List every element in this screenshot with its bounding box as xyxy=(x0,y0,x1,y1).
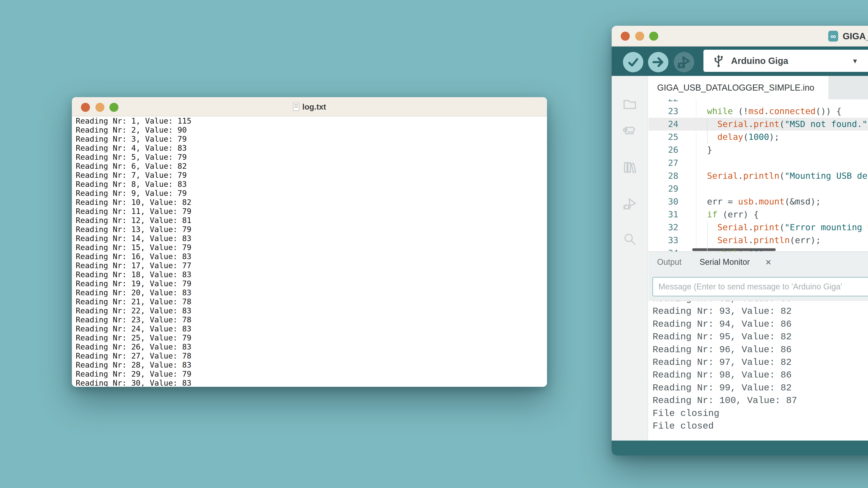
indent-guide xyxy=(707,234,708,247)
log-line: Reading Nr: 26, Value: 83 xyxy=(76,342,547,351)
log-window: log.txt Reading Nr: 1, Value: 115Reading… xyxy=(72,97,547,387)
log-line: Reading Nr: 28, Value: 83 xyxy=(76,360,547,369)
serial-line: File closing xyxy=(653,407,719,420)
log-line: Reading Nr: 21, Value: 78 xyxy=(76,297,547,306)
debug-button[interactable] xyxy=(674,52,694,72)
sketchbook-folder-icon[interactable] xyxy=(622,97,637,112)
indent-guide xyxy=(707,118,708,131)
code-line: 29 xyxy=(649,182,868,195)
serial-line: Reading Nr: 94, Value: 86 xyxy=(653,318,792,330)
serial-line: Reading Nr: 99, Value: 82 xyxy=(653,382,792,394)
code-line: 34 while (1); xyxy=(649,247,868,252)
search-icon[interactable] xyxy=(622,232,637,247)
code-text: Serial.print("Error mounting USB device … xyxy=(696,221,868,234)
minimize-button[interactable] xyxy=(635,32,644,41)
log-line: Reading Nr: 20, Value: 83 xyxy=(76,288,547,297)
log-line: Reading Nr: 23, Value: 78 xyxy=(76,315,547,324)
indent-guide xyxy=(707,131,708,143)
line-number: 27 xyxy=(649,157,696,169)
log-line: Reading Nr: 16, Value: 83 xyxy=(76,252,547,261)
serial-line: Reading Nr: 95, Value: 82 xyxy=(653,330,792,343)
log-line: Reading Nr: 6, Value: 82 xyxy=(76,162,547,170)
serial-line: Reading Nr: 97, Value: 82 xyxy=(653,356,792,369)
arduino-titlebar[interactable]: ∞ GIGA_ xyxy=(612,26,868,46)
debugger-icon[interactable] xyxy=(622,197,637,212)
zoom-button[interactable] xyxy=(649,32,658,41)
code-text: delay(1000); xyxy=(696,131,779,143)
code-text xyxy=(696,182,697,195)
arduino-main-area: GIGA_USB_DATALOGGER_SIMPLE.ino 2223 whil… xyxy=(612,76,868,441)
code-editor[interactable]: 2223 while (!msd.connected()) {24 Serial… xyxy=(649,99,868,252)
log-line: Reading Nr: 25, Value: 79 xyxy=(76,333,547,342)
log-window-titlebar[interactable]: log.txt xyxy=(72,97,547,116)
serial-line: File closed xyxy=(653,420,714,432)
log-line: Reading Nr: 19, Value: 79 xyxy=(76,279,547,288)
activity-sidebar xyxy=(612,76,648,441)
tab-filename: GIGA_USB_DATALOGGER_SIMPLE.ino xyxy=(657,83,814,93)
usb-icon xyxy=(713,54,724,67)
library-manager-icon[interactable] xyxy=(622,160,637,175)
code-text: Serial.println(err); xyxy=(696,234,821,247)
line-number: 23 xyxy=(649,105,696,118)
serial-monitor-output[interactable]: Reading Nr: 92, Value: 86Reading Nr: 93,… xyxy=(649,301,868,441)
log-line: Reading Nr: 10, Value: 82 xyxy=(76,198,547,207)
serial-message-input[interactable] xyxy=(652,277,868,296)
log-line: Reading Nr: 30, Value: 83 xyxy=(76,379,547,386)
log-line: Reading Nr: 7, Value: 79 xyxy=(76,170,547,180)
board-label: Arduino Giga xyxy=(731,56,788,66)
code-text: } xyxy=(696,143,712,156)
code-line: 25 delay(1000); xyxy=(649,131,868,143)
log-line: Reading Nr: 27, Value: 78 xyxy=(76,351,547,360)
document-icon xyxy=(293,103,299,111)
code-text: Serial.print("MSD not found."); xyxy=(696,118,868,131)
indent-guide xyxy=(707,247,708,252)
code-text: while (!msd.connected()) { xyxy=(696,105,842,118)
log-line: Reading Nr: 29, Value: 79 xyxy=(76,369,547,379)
code-line: 31 if (err) { xyxy=(649,208,868,221)
log-line: Reading Nr: 22, Value: 83 xyxy=(76,306,547,315)
arduino-window-title: GIGA_ xyxy=(843,31,868,41)
tab-sketch-file[interactable]: GIGA_USB_DATALOGGER_SIMPLE.ino xyxy=(649,76,829,99)
log-line: Reading Nr: 17, Value: 77 xyxy=(76,261,547,270)
line-number: 33 xyxy=(649,234,696,247)
line-number: 30 xyxy=(649,195,696,208)
code-line: 33 Serial.println(err); xyxy=(649,234,868,247)
code-text xyxy=(696,157,697,169)
verify-button[interactable] xyxy=(623,52,643,72)
log-line: Reading Nr: 18, Value: 83 xyxy=(76,270,547,279)
line-number: 34 xyxy=(649,247,696,252)
line-number: 25 xyxy=(649,131,696,143)
boards-manager-icon[interactable] xyxy=(622,123,637,138)
code-line: 28 Serial.println("Mounting USB device..… xyxy=(649,169,868,182)
line-number: 29 xyxy=(649,182,696,195)
right-arrow-icon xyxy=(652,56,665,69)
tab-output[interactable]: Output xyxy=(657,257,682,267)
chevron-down-icon: ▾ xyxy=(853,56,857,65)
editor-content: GIGA_USB_DATALOGGER_SIMPLE.ino 2223 whil… xyxy=(649,76,868,441)
line-number: 22 xyxy=(649,99,696,105)
log-line: Reading Nr: 3, Value: 79 xyxy=(76,134,547,143)
board-selector-dropdown[interactable]: Arduino Giga ▾ xyxy=(704,50,868,72)
line-number: 31 xyxy=(649,208,696,221)
serial-line: Reading Nr: 100, Value: 87 xyxy=(653,394,797,407)
log-text-area[interactable]: Reading Nr: 1, Value: 115Reading Nr: 2, … xyxy=(72,116,547,386)
arduino-ide-window: ∞ GIGA_ xyxy=(612,26,868,455)
status-bar xyxy=(612,441,868,455)
editor-tabbar: GIGA_USB_DATALOGGER_SIMPLE.ino xyxy=(649,76,868,99)
line-number: 32 xyxy=(649,221,696,234)
tab-serial-monitor[interactable]: Serial Monitor xyxy=(700,257,750,267)
arduino-toolbar: Arduino Giga ▾ xyxy=(612,46,868,76)
serial-line: Reading Nr: 96, Value: 86 xyxy=(653,344,792,356)
log-line: Reading Nr: 13, Value: 79 xyxy=(76,225,547,234)
line-number: 26 xyxy=(649,143,696,156)
serial-line: Reading Nr: 93, Value: 82 xyxy=(653,305,792,318)
line-number: 28 xyxy=(649,169,696,182)
upload-button[interactable] xyxy=(648,52,669,72)
bug-play-icon xyxy=(677,55,691,69)
arduino-logo-icon: ∞ xyxy=(828,31,838,41)
close-button[interactable] xyxy=(621,32,630,41)
code-text: Serial.println("Mounting USB device...")… xyxy=(696,169,868,182)
log-line: Reading Nr: 9, Value: 79 xyxy=(76,189,547,198)
close-icon[interactable]: ✕ xyxy=(765,258,772,267)
log-line: Reading Nr: 24, Value: 83 xyxy=(76,324,547,333)
